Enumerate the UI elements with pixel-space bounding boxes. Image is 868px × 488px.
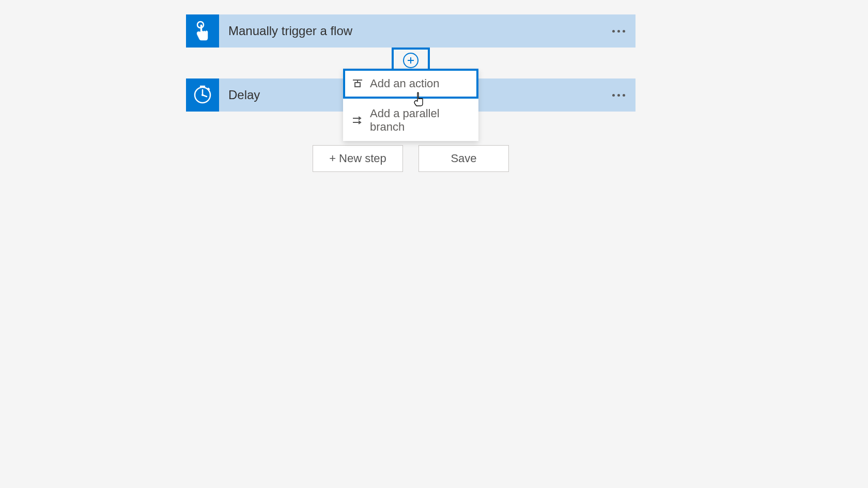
add-action-menu-item[interactable]: Add an action (343, 69, 478, 99)
svg-line-14 (208, 88, 209, 89)
card-menu-button[interactable] (612, 30, 625, 33)
footer-buttons: + New step Save (186, 145, 636, 172)
add-parallel-branch-menu-item[interactable]: Add a parallel branch (343, 99, 478, 141)
svg-rect-4 (355, 83, 360, 87)
new-step-button[interactable]: + New step (313, 145, 403, 172)
trigger-card-title: Manually trigger a flow (228, 24, 612, 38)
insert-popup-menu: Add an action Add a parallel branch (343, 69, 478, 141)
connector: Add an action Add a parallel branch (186, 48, 636, 78)
insert-action-icon (352, 79, 363, 88)
touch-icon (186, 14, 219, 48)
menu-item-label: Add a parallel branch (370, 107, 469, 134)
more-icon (612, 94, 625, 97)
flow-canvas: Manually trigger a flow (0, 0, 868, 172)
parallel-branch-icon (352, 116, 363, 125)
trigger-card[interactable]: Manually trigger a flow (186, 14, 636, 48)
svg-line-11 (203, 95, 207, 97)
plus-circle-icon (403, 53, 419, 68)
more-icon (612, 30, 625, 33)
clock-icon (186, 78, 219, 112)
menu-item-label: Add an action (370, 77, 440, 90)
save-button[interactable]: Save (419, 145, 509, 172)
insert-step-button[interactable] (392, 48, 430, 72)
card-menu-button[interactable] (612, 94, 625, 97)
